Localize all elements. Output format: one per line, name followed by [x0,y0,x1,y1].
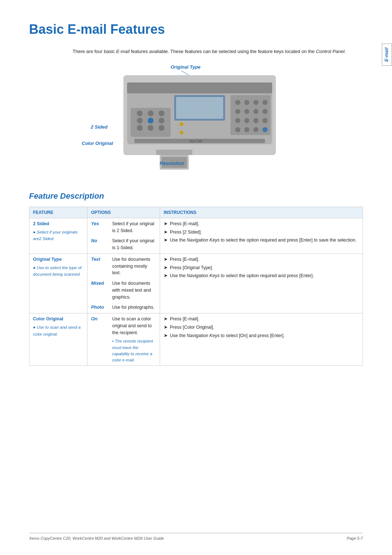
instruction-item: ➤ Press [2 Sided]. [164,229,359,236]
device-svg: ApeTalk [123,75,276,155]
svg-point-13 [148,118,154,123]
svg-point-24 [244,109,249,114]
option-desc-mixed: Use for documents with mixed text and gr… [112,280,156,300]
svg-point-14 [159,118,164,123]
instruction-item: ➤ Use the Navigation Keys to select the … [164,272,359,279]
options-cell-colororiginal: On Use to scan a color original and send… [87,313,160,366]
svg-point-34 [262,127,268,132]
option-desc-on: Use to scan a color original and send to… [112,316,156,363]
option-label-photo: Photo [91,304,109,311]
footer-left: Xerox CopyCentre C20, WorkCentre M20 and… [29,536,164,540]
feature-name-originaltype: Original Type [33,256,83,263]
option-row-photo: Photo Use for photographs. [91,304,156,311]
th-instructions: INSTRUCTIONS [160,207,363,218]
options-list-colororiginal: On Use to scan a color original and send… [91,316,156,363]
feature-sub-originaltype: ● Use to select the type of document bei… [33,266,82,277]
instruction-item: ➤ Press [Color Original]. [164,324,359,331]
svg-point-33 [253,127,258,132]
option-desc-yes: Select if your original is 2 Sided. [112,220,156,234]
option-row-yes: Yes Select if your original is 2 Sided. [91,220,156,234]
svg-point-28 [244,118,249,123]
svg-point-25 [253,109,258,114]
svg-rect-5 [127,82,272,93]
side-tab: E-mail [382,44,392,66]
option-label-on: On [91,316,109,323]
feature-sub-2sided: ● Select if your originals are2 Sided. [33,230,78,241]
options-cell-originaltype: Text Use for documents containing mostly… [87,254,160,313]
svg-rect-39 [156,150,192,155]
svg-point-12 [137,118,143,123]
label-2sided: 2 Sided [91,124,107,130]
option-desc-no: Select if your original is 1-Sided. [112,238,156,251]
svg-point-16 [148,125,154,131]
svg-point-21 [253,100,258,105]
options-list-2sided: Yes Select if your original is 2 Sided. … [91,220,156,251]
page-footer: Xerox CopyCentre C20, WorkCentre M20 and… [29,533,363,540]
svg-point-37 [180,131,183,134]
svg-point-15 [137,125,143,131]
feature-cell-colororiginal: Color Original ● Use to scan and send a … [29,313,87,366]
option-note-colororiginal: The remote recipient must have the capab… [112,338,156,363]
feature-sub-colororiginal: ● Use to scan and send a color original. [33,325,81,336]
label-color-original: Color Original [82,141,113,146]
svg-rect-7 [176,97,223,119]
section-title: Feature Description [29,191,363,201]
feature-table: FEATURE OPTIONS INSTRUCTIONS 2 Sided ● S… [29,207,363,366]
instruction-item: ➤ Press [E-mail]. [164,316,359,323]
instructions-cell-colororiginal: ➤ Press [E-mail]. ➤ Press [Color Origina… [160,313,363,366]
device-image: ApeTalk [123,75,276,155]
svg-point-32 [244,127,249,132]
instruction-item: ➤ Use the Navigation Keys to select [On]… [164,332,359,339]
svg-point-38 [180,122,183,126]
footer-right: Page 5-7 [347,536,363,540]
instructions-cell-originaltype: ➤ Press [E-mail]. ➤ Press [Original Type… [160,254,363,313]
svg-point-22 [262,100,268,105]
table-row: 2 Sided ● Select if your originals are2 … [29,218,363,254]
svg-point-9 [137,110,143,116]
instruction-item: ➤ Press [Original Type]. [164,264,359,271]
th-options: OPTIONS [87,207,160,218]
label-original-type: Original Type [171,64,201,70]
option-row-no: No Select if your original is 1-Sided. [91,238,156,251]
option-desc-photo: Use for photographs. [112,304,156,311]
th-feature: FEATURE [29,207,87,218]
option-label-mixed: Mixed [91,280,109,287]
svg-point-19 [235,100,240,105]
option-label-text: Text [91,256,109,263]
feature-name-2sided: 2 Sided [33,220,83,227]
instruction-item: ➤ Press [E-mail]. [164,256,359,263]
option-label-no: No [91,238,109,244]
page-title: Basic E-mail Features [29,22,363,37]
page-container: E-mail Basic E-mail Features There are f… [0,0,392,555]
option-row-mixed: Mixed Use for documents with mixed text … [91,280,156,300]
feature-cell-2sided: 2 Sided ● Select if your originals are2 … [29,218,87,254]
svg-point-29 [253,118,258,123]
option-desc-text: Use for documents containing mostly text… [112,256,156,276]
svg-point-17 [159,125,164,131]
instructions-cell-2sided: ➤ Press [E-mail]. ➤ Press [2 Sided]. ➤ U… [160,218,363,254]
option-row-text: Text Use for documents containing mostly… [91,256,156,276]
svg-point-10 [148,110,154,116]
instruction-item: ➤ Use the Navigation Keys to select the … [164,237,359,244]
table-row: Color Original ● Use to scan and send a … [29,313,363,366]
intro-text: There are four basic E-mail features ava… [73,48,363,56]
svg-text:ApeTalk: ApeTalk [189,139,203,143]
svg-point-23 [235,109,240,114]
option-row-on: On Use to scan a color original and send… [91,316,156,363]
svg-point-27 [235,118,240,123]
svg-point-11 [159,110,164,116]
diagram-area: ApeTalk Original Type 2 Sided Color Orig… [69,64,323,181]
option-label-yes: Yes [91,220,109,227]
label-resolution: Resolution [160,161,184,166]
table-row: Original Type ● Use to select the type o… [29,254,363,313]
options-list-originaltype: Text Use for documents containing mostly… [91,256,156,311]
svg-point-31 [235,127,240,132]
feature-cell-originaltype: Original Type ● Use to select the type o… [29,254,87,313]
options-cell-2sided: Yes Select if your original is 2 Sided. … [87,218,160,254]
svg-point-26 [262,109,268,114]
feature-name-colororiginal: Color Original [33,316,83,323]
instruction-item: ➤ Press [E-mail]. [164,220,359,227]
svg-point-30 [262,118,268,123]
svg-point-20 [244,100,249,105]
